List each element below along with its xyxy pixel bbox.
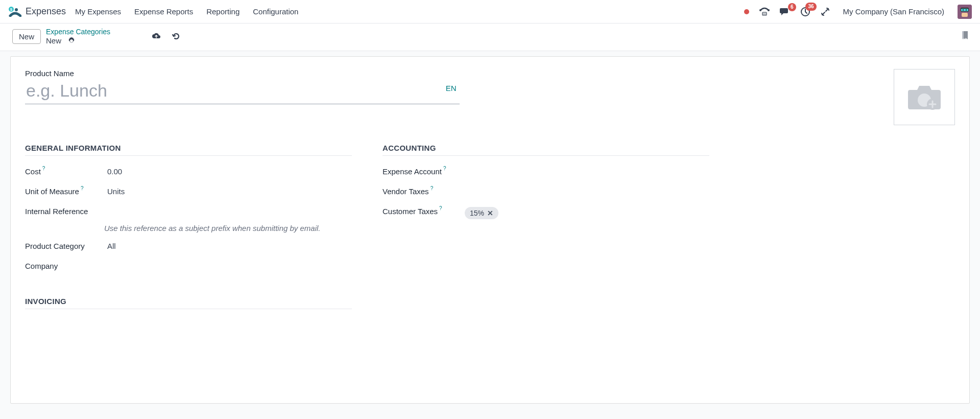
svg-point-10 [764, 14, 764, 14]
svg-point-11 [765, 14, 766, 14]
help-icon[interactable]: ? [443, 166, 446, 171]
form-sheet: Product Name EN GENERAL INFORMATION [10, 56, 970, 404]
section-title-accounting: ACCOUNTING [383, 144, 709, 156]
systray: 6 36 My Company (San Francisco) [744, 5, 972, 19]
user-avatar[interactable] [958, 5, 972, 19]
expense-account-label: Expense Account [383, 167, 442, 176]
nav-reporting[interactable]: Reporting [206, 7, 240, 16]
company-label: Company [25, 262, 58, 270]
activities-badge: 36 [805, 3, 816, 11]
vendor-taxes-label: Vendor Taxes [383, 187, 429, 196]
svg-point-16 [963, 9, 964, 10]
control-panel: New Expense Categories New [0, 24, 980, 51]
activities-icon[interactable]: 36 [800, 7, 810, 17]
help-icon[interactable]: ? [42, 166, 45, 171]
nav-links: My Expenses Expense Reports Reporting Co… [75, 7, 298, 16]
breadcrumb-current: New [46, 36, 61, 45]
uom-label: Unit of Measure [25, 187, 79, 196]
accounting-section: ACCOUNTING Expense Account ? Vendor Taxe… [383, 144, 709, 320]
svg-point-4 [768, 9, 770, 11]
section-title-general: GENERAL INFORMATION [25, 144, 352, 156]
tag-remove-icon[interactable]: ✕ [487, 209, 493, 217]
bookmark-icon[interactable] [961, 31, 969, 42]
breadcrumb: Expense Categories New [46, 28, 110, 45]
new-button[interactable]: New [12, 29, 41, 44]
section-title-invoicing: INVOICING [25, 297, 352, 309]
messages-badge: 6 [788, 3, 796, 11]
messages-icon[interactable]: 6 [780, 7, 790, 16]
help-icon[interactable]: ? [439, 205, 442, 211]
customer-taxes-field[interactable]: 15% ✕ [465, 207, 498, 219]
svg-point-9 [763, 14, 763, 14]
camera-add-icon [904, 81, 945, 113]
svg-rect-18 [962, 13, 968, 17]
tax-tag[interactable]: 15% ✕ [465, 207, 498, 219]
cost-field[interactable]: 0.00 [107, 167, 122, 176]
customer-taxes-label: Customer Taxes [383, 207, 438, 216]
help-icon[interactable]: ? [81, 185, 84, 191]
svg-point-2 [15, 8, 18, 11]
help-icon[interactable]: ? [431, 185, 434, 191]
app-name: Expenses [26, 6, 66, 17]
svg-text:$: $ [10, 8, 12, 12]
nav-expense-reports[interactable]: Expense Reports [134, 7, 193, 16]
svg-point-3 [759, 9, 761, 11]
save-status-icons [151, 32, 181, 41]
app-brand[interactable]: $ Expenses [8, 6, 66, 17]
product-image-placeholder[interactable] [894, 69, 955, 125]
company-selector[interactable]: My Company (San Francisco) [840, 7, 947, 16]
svg-point-7 [764, 13, 764, 13]
nav-my-expenses[interactable]: My Expenses [75, 7, 121, 16]
debug-tools-icon[interactable] [821, 7, 830, 16]
internal-reference-hint: Use this reference as a subject prefix w… [104, 224, 352, 232]
recording-indicator-icon[interactable] [744, 9, 749, 14]
top-navbar: $ Expenses My Expenses Expense Reports R… [0, 0, 980, 24]
uom-field[interactable]: Units [107, 187, 125, 196]
cloud-save-icon[interactable] [151, 32, 161, 40]
expenses-app-icon: $ [8, 7, 21, 17]
discard-icon[interactable] [172, 32, 181, 41]
phone-icon[interactable] [759, 7, 770, 16]
product-name-input[interactable] [25, 80, 460, 104]
svg-point-8 [765, 13, 766, 13]
nav-configuration[interactable]: Configuration [253, 7, 298, 16]
product-category-field[interactable]: All [107, 242, 116, 250]
tax-tag-label: 15% [470, 209, 484, 217]
svg-rect-15 [961, 9, 968, 11]
breadcrumb-parent[interactable]: Expense Categories [46, 28, 110, 36]
gear-icon[interactable] [67, 37, 76, 45]
product-name-label: Product Name [25, 69, 460, 78]
cost-label: Cost [25, 167, 41, 176]
svg-point-6 [763, 13, 763, 13]
translate-button[interactable]: EN [446, 84, 457, 92]
svg-point-17 [966, 9, 967, 10]
general-information-section: GENERAL INFORMATION Cost ? 0.00 Unit of … [25, 144, 352, 320]
product-category-label: Product Category [25, 242, 85, 250]
internal-reference-label: Internal Reference [25, 207, 88, 216]
